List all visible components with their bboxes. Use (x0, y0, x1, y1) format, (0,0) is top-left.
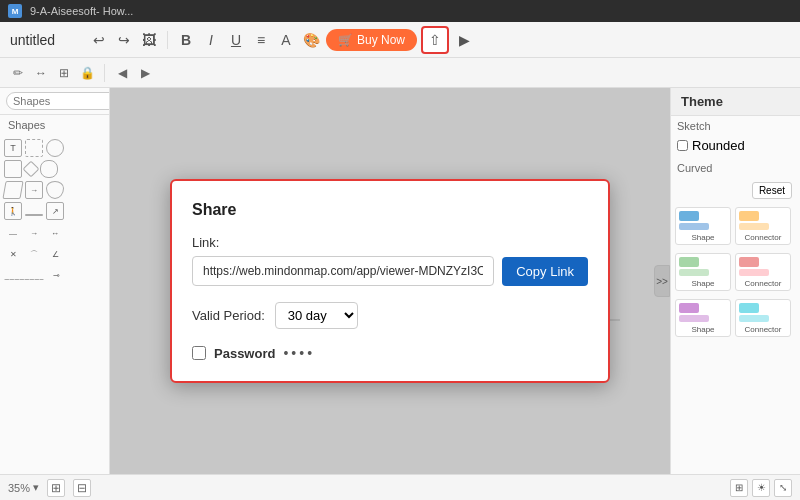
main-toolbar: untitled ↩ ↪ 🖼 B I U ≡ A 🎨 🛒 Buy Now ⇧ ▶ (0, 22, 800, 58)
font-icon[interactable]: A (275, 29, 297, 51)
theme-card-shape2[interactable]: Shape (675, 253, 731, 291)
right-sidebar: Theme Sketch Rounded Curved Reset (670, 88, 800, 474)
tool-x[interactable]: ✕ (4, 245, 22, 263)
tool-dbl-arrow[interactable]: ↔ (46, 224, 64, 242)
more-icon[interactable]: ▶ (453, 29, 475, 51)
shape-line-h[interactable] (25, 214, 43, 216)
tool-arrow[interactable]: → (25, 224, 43, 242)
password-dots: •••• (283, 345, 315, 361)
shape-parallelogram[interactable] (2, 181, 23, 199)
link-row: Copy Link (192, 256, 588, 286)
app-container: untitled ↩ ↪ 🖼 B I U ≡ A 🎨 🛒 Buy Now ⇧ ▶… (0, 22, 800, 500)
shape-text[interactable]: T (4, 139, 22, 157)
shape-row: → (4, 181, 105, 199)
tool-line[interactable]: — (4, 224, 22, 242)
shape-cloud[interactable] (46, 181, 64, 199)
share-modal: Share Link: Copy Link Valid Period: 1 da… (170, 179, 610, 383)
redo-icon[interactable]: ↪ (113, 29, 135, 51)
status-icons-group: ⊞ ☀ ⤡ (730, 479, 792, 497)
shape-rounded[interactable] (40, 160, 58, 178)
separator (167, 31, 168, 49)
shape-row (4, 160, 105, 178)
fit-screen-button[interactable]: ⊞ (47, 479, 65, 497)
lock-icon[interactable]: 🔒 (77, 63, 97, 83)
shape-circle[interactable] (46, 139, 64, 157)
valid-period-select[interactable]: 1 day 7 day 30 day Forever (275, 302, 358, 329)
italic-icon[interactable]: I (200, 29, 222, 51)
shape-rect-dash[interactable] (25, 139, 43, 157)
shape-arrow-right[interactable]: → (25, 181, 43, 199)
rounded-option: Rounded (677, 138, 794, 153)
tab-title: 9-A-Aiseesoft- How... (30, 5, 133, 17)
next-icon[interactable]: ▶ (135, 63, 155, 83)
copy-link-button[interactable]: Copy Link (502, 257, 588, 286)
shape-diamond[interactable] (23, 161, 40, 178)
password-label: Password (214, 346, 275, 361)
fit-width-button[interactable]: ⊟ (73, 479, 91, 497)
tool-dash-handle[interactable]: ⊸ (47, 266, 65, 284)
app-icon: M (8, 4, 22, 18)
curved-section: Curved (671, 158, 800, 178)
canvas-area[interactable]: Baroque Era (1600-1750 AD) The Baroque e… (110, 88, 670, 474)
shape-items-list: T → 🚶 ↗ (0, 135, 109, 474)
zoom-control: 35% ▾ (8, 481, 39, 494)
theme-card-shape[interactable]: Shape (675, 207, 731, 245)
undo-icon[interactable]: ↩ (88, 29, 110, 51)
theme-card-shape3[interactable]: Shape (675, 299, 731, 337)
tool-curve[interactable]: ⌒ (25, 245, 43, 263)
rounded-checkbox[interactable] (677, 140, 688, 151)
image-icon[interactable]: 🖼 (138, 29, 160, 51)
shape-arrow-curve[interactable]: ↗ (46, 202, 64, 220)
shape-row: 🚶 ↗ (4, 202, 105, 220)
shape-row: ⊸ (4, 266, 105, 284)
theme-header: Theme (671, 88, 800, 116)
buy-now-button[interactable]: 🛒 Buy Now (326, 29, 417, 51)
bold-icon[interactable]: B (175, 29, 197, 51)
sketch-section: Sketch (671, 116, 800, 136)
zoom-dropdown-icon[interactable]: ▾ (33, 481, 39, 494)
grid-icon[interactable]: ⊞ (730, 479, 748, 497)
secondary-toolbar: ✏ ↔ ⊞ 🔒 ◀ ▶ (0, 58, 800, 88)
valid-period-label: Valid Period: (192, 308, 265, 323)
tool-dash-line[interactable] (4, 279, 44, 280)
sep2 (104, 64, 105, 82)
modal-overlay: Share Link: Copy Link Valid Period: 1 da… (110, 88, 670, 474)
align-icon[interactable]: ≡ (250, 29, 272, 51)
sketch-label: Sketch (677, 120, 711, 132)
theme-card-connector2[interactable]: Connector (735, 253, 791, 291)
paint-icon[interactable]: 🎨 (300, 29, 322, 51)
valid-period-row: Valid Period: 1 day 7 day 30 day Forever (192, 302, 588, 329)
prev-icon[interactable]: ◀ (112, 63, 132, 83)
pencil-icon[interactable]: ✏ (8, 63, 28, 83)
password-checkbox[interactable] (192, 346, 206, 360)
page-title-area: untitled (10, 22, 55, 57)
theme-cards-row: Shape Connector (671, 203, 800, 249)
theme-cards-row2: Shape Connector (671, 249, 800, 295)
shape-person[interactable]: 🚶 (4, 202, 22, 220)
title-bar: M 9-A-Aiseesoft- How... (0, 0, 800, 22)
share-button[interactable]: ⇧ (421, 26, 449, 54)
shapes-search-input[interactable] (6, 92, 110, 110)
connect-icon[interactable]: ↔ (31, 63, 51, 83)
curved-label: Curved (677, 162, 712, 174)
theme-card-connector3[interactable]: Connector (735, 299, 791, 337)
fullscreen-icon[interactable]: ⤡ (774, 479, 792, 497)
underline-icon[interactable]: U (225, 29, 247, 51)
table-icon[interactable]: ⊞ (54, 63, 74, 83)
link-label: Link: (192, 235, 588, 250)
password-row: Password •••• (192, 345, 588, 361)
main-area: 🔍 Shapes T → (0, 88, 800, 474)
sun-icon[interactable]: ☀ (752, 479, 770, 497)
theme-card-connector[interactable]: Connector (735, 207, 791, 245)
tool-angle[interactable]: ∠ (46, 245, 64, 263)
link-input[interactable] (192, 256, 494, 286)
status-bar: 35% ▾ ⊞ ⊟ ⊞ ☀ ⤡ (0, 474, 800, 500)
reset-button[interactable]: Reset (752, 182, 792, 199)
zoom-value: 35% (8, 482, 30, 494)
modal-title: Share (192, 201, 588, 219)
left-sidebar: 🔍 Shapes T → (0, 88, 110, 474)
shape-row: ✕ ⌒ ∠ (4, 245, 105, 263)
shape-rect[interactable] (4, 160, 22, 178)
shapes-label: Shapes (0, 115, 109, 135)
theme-cards-row3: Shape Connector (671, 295, 800, 341)
